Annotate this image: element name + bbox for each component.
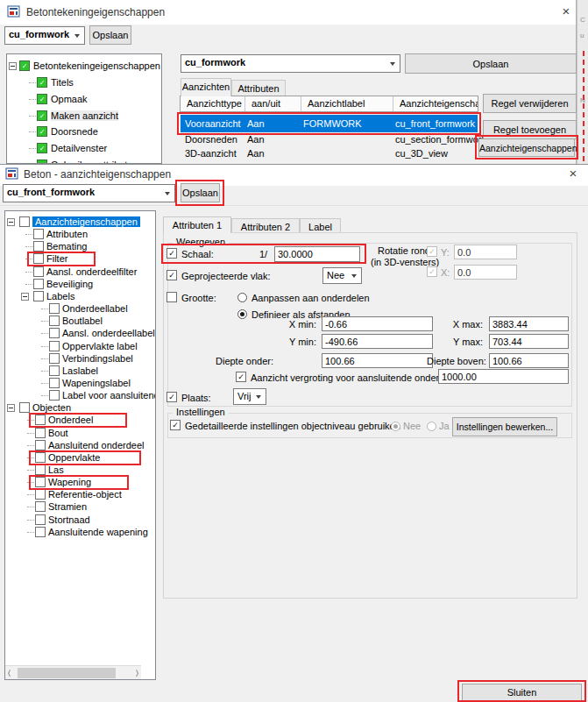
- green-checkbox[interactable]: ✓: [37, 126, 47, 137]
- tree-item[interactable]: Onderdeel: [5, 415, 155, 427]
- checkbox[interactable]: [35, 489, 46, 500]
- green-checkbox[interactable]: ✓: [37, 143, 47, 153]
- checkbox[interactable]: [33, 253, 44, 264]
- green-checkbox[interactable]: ✓: [37, 77, 47, 88]
- tree-item[interactable]: Las: [5, 464, 155, 477]
- geprojecteerd-checkbox[interactable]: ✓: [166, 270, 177, 280]
- schaal-checkbox[interactable]: ✓: [166, 248, 177, 259]
- plaats-dropdown[interactable]: Vrij: [233, 388, 266, 405]
- tab-label[interactable]: Label: [300, 218, 341, 233]
- plaats-checkbox[interactable]: ✓: [166, 392, 177, 402]
- checkbox[interactable]: [35, 428, 46, 438]
- tree-item[interactable]: Beveiliging: [5, 279, 155, 291]
- checkbox[interactable]: [19, 216, 30, 227]
- instellingen-bewerken-button[interactable]: Instellingen bewerken...: [452, 417, 557, 436]
- checkbox[interactable]: [49, 341, 60, 351]
- column-header[interactable]: Aanzichtlabel: [301, 96, 393, 111]
- checkbox[interactable]: [35, 452, 46, 463]
- tree-item[interactable]: Labels: [5, 291, 155, 303]
- checkbox[interactable]: [35, 527, 46, 537]
- diepte-onder-input[interactable]: [322, 353, 433, 368]
- diepte-boven-input[interactable]: [489, 353, 569, 368]
- checkbox[interactable]: [49, 378, 60, 388]
- tree-item[interactable]: Stortnaad: [5, 514, 155, 527]
- green-checkbox[interactable]: ✓: [37, 110, 47, 121]
- tab-attributen-2[interactable]: Attributen 2: [231, 218, 300, 233]
- tree-item[interactable]: Aansluitende wapening: [5, 527, 155, 539]
- save-button[interactable]: Opslaan: [181, 183, 220, 202]
- drawing-preset-combo[interactable]: cu_formwork: [4, 26, 85, 45]
- checkbox[interactable]: [35, 477, 46, 487]
- tree-item[interactable]: Referentie-object: [5, 489, 155, 501]
- save-button[interactable]: Opslaan: [89, 25, 131, 45]
- green-checkbox[interactable]: ✓: [19, 60, 30, 71]
- sluiten-button[interactable]: Sluiten: [462, 684, 582, 701]
- checkbox[interactable]: [49, 316, 60, 326]
- tree-item[interactable]: Attributen: [5, 229, 155, 241]
- tab-attributen[interactable]: Attributen: [231, 80, 286, 96]
- tree-item[interactable]: Oppervlakte: [5, 452, 155, 464]
- vergroting-input[interactable]: [438, 369, 569, 384]
- tab-aanzichten[interactable]: Aanzichten: [181, 78, 231, 96]
- tab-attributen-1[interactable]: Attributen 1: [163, 216, 231, 233]
- tree-item[interactable]: ✓Detailvenster: [7, 142, 160, 156]
- tree-item[interactable]: ✓Opmaak: [7, 93, 160, 107]
- vergroting-checkbox[interactable]: ✓: [236, 372, 246, 382]
- tree-item[interactable]: Filter: [5, 253, 155, 266]
- scroll-left-icon[interactable]: 〈: [8, 667, 11, 679]
- gedetailleerd-checkbox[interactable]: ✓: [170, 420, 181, 430]
- expander-icon[interactable]: [7, 404, 15, 412]
- checkbox[interactable]: [35, 514, 46, 525]
- aanpassen-radio[interactable]: [237, 293, 247, 302]
- checkbox[interactable]: [35, 440, 46, 450]
- expander-icon[interactable]: [9, 62, 17, 70]
- checkbox[interactable]: [19, 402, 30, 413]
- column-header[interactable]: Aanzichttype: [181, 96, 245, 111]
- tree-item[interactable]: ✓Doorsnede: [7, 125, 160, 139]
- tree-item[interactable]: ✓Betontekeningeigenschappen: [7, 60, 160, 74]
- tree-item[interactable]: Wapeningslabel: [5, 378, 155, 390]
- grootte-checkbox[interactable]: [166, 292, 177, 302]
- checkbox[interactable]: [49, 328, 60, 338]
- tree-item[interactable]: Aanzichteigenschappen: [5, 216, 155, 229]
- horizontal-scrollbar[interactable]: 〈 〉: [5, 665, 141, 679]
- checkbox[interactable]: [35, 501, 46, 512]
- tree-item[interactable]: ✓Gebruikersattributen: [7, 159, 160, 163]
- panel-preset-combo[interactable]: cu_formwork: [181, 54, 400, 73]
- tree-item[interactable]: Laslabel: [5, 365, 155, 378]
- column-header[interactable]: aan/uit: [245, 96, 301, 111]
- tree-item[interactable]: Wapening: [5, 477, 155, 489]
- checkbox[interactable]: [33, 291, 44, 301]
- scroll-right-icon[interactable]: 〉: [136, 667, 138, 679]
- table-row[interactable]: VooraanzichtAanFORMWORKcu_front_formwork: [181, 115, 478, 132]
- close-icon[interactable]: ×: [559, 4, 573, 18]
- rotatie-x-input[interactable]: [454, 265, 517, 280]
- tree-item[interactable]: Onderdeellabel: [5, 303, 155, 316]
- schaal-input[interactable]: [274, 246, 360, 262]
- tree-item[interactable]: Objecten: [5, 402, 155, 415]
- xmax-input[interactable]: [489, 316, 569, 331]
- ymin-input[interactable]: [322, 334, 433, 349]
- view-preset-combo[interactable]: cu_front_formwork: [3, 184, 175, 202]
- checkbox[interactable]: [33, 241, 44, 252]
- table-row[interactable]: 3D-aanzichtAancu_3D_view: [181, 146, 478, 161]
- tree-item[interactable]: Stramien: [5, 501, 155, 514]
- view-properties-button[interactable]: Aanzichteigenschappen: [478, 138, 575, 157]
- tree-item[interactable]: Aansl. onderdeellabel: [5, 328, 155, 340]
- tree-item[interactable]: Boutlabel: [5, 316, 155, 328]
- green-checkbox[interactable]: ✓: [37, 94, 47, 104]
- tree-item[interactable]: ✓Maken aanzicht: [7, 110, 160, 124]
- checkbox[interactable]: [35, 415, 46, 425]
- expander-icon[interactable]: [7, 218, 15, 226]
- checkbox[interactable]: [33, 266, 44, 277]
- geprojecteerd-dropdown[interactable]: Nee: [322, 267, 362, 284]
- tree-item[interactable]: Bout: [5, 428, 155, 440]
- checkbox[interactable]: [49, 365, 60, 376]
- close-icon[interactable]: ×: [566, 167, 580, 181]
- tree-item[interactable]: Bemating: [5, 241, 155, 253]
- definieer-radio[interactable]: [237, 309, 247, 319]
- expander-icon[interactable]: [21, 293, 29, 301]
- tree-item[interactable]: Verbindingslabel: [5, 353, 155, 365]
- green-checkbox[interactable]: ✓: [37, 160, 47, 163]
- delete-row-button[interactable]: Regel verwijderen: [483, 94, 577, 113]
